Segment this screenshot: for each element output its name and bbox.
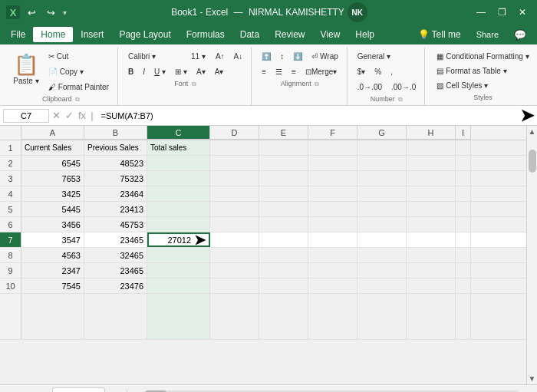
row-num-6[interactable]: 6 <box>0 217 21 232</box>
align-left-button[interactable]: ≡ <box>258 64 270 78</box>
cell-i1[interactable] <box>456 140 471 155</box>
cell-e5[interactable] <box>259 202 308 216</box>
merge-button[interactable]: ⊡Merge▾ <box>301 64 341 78</box>
user-avatar[interactable]: NK <box>348 2 367 22</box>
cell-g2[interactable] <box>357 156 407 170</box>
cell-d8[interactable] <box>210 248 259 262</box>
cell-e4[interactable] <box>259 186 308 201</box>
wrap-text-button[interactable]: ⏎ Wrap <box>308 49 342 63</box>
menu-home[interactable]: Home <box>33 27 73 42</box>
align-top-button[interactable]: ⬆️ <box>258 49 275 63</box>
cell-empty6[interactable] <box>308 294 357 339</box>
cell-empty4[interactable] <box>210 294 259 339</box>
cell-d7[interactable] <box>210 232 259 247</box>
cell-d6[interactable] <box>210 217 259 232</box>
cell-g8[interactable] <box>357 248 407 262</box>
cell-g6[interactable] <box>357 217 407 232</box>
align-center-button[interactable]: ☰ <box>272 64 286 78</box>
cell-g9[interactable] <box>357 263 407 278</box>
col-header-c[interactable]: C <box>147 126 210 140</box>
cell-f6[interactable] <box>308 217 357 232</box>
cell-empty5[interactable] <box>259 294 308 339</box>
cell-h6[interactable] <box>407 217 456 232</box>
cell-empty2[interactable] <box>84 294 147 339</box>
vertical-scrollbar[interactable]: ▲ ▼ <box>526 126 537 384</box>
cell-a3[interactable]: 7653 <box>21 171 84 186</box>
cell-a1[interactable]: Current Sales <box>21 140 84 155</box>
cell-b8[interactable]: 32465 <box>84 248 147 262</box>
cell-h5[interactable] <box>407 202 456 216</box>
cell-f7[interactable] <box>308 232 357 247</box>
row-num-5[interactable]: 5 <box>0 202 21 216</box>
cell-h2[interactable] <box>407 156 456 170</box>
increase-decimal-button[interactable]: .0→.00 <box>354 80 386 94</box>
cell-c8[interactable] <box>147 248 210 262</box>
menu-review[interactable]: Review <box>267 27 312 42</box>
cell-i8[interactable] <box>456 248 471 262</box>
percent-button[interactable]: % <box>371 64 385 78</box>
cell-i10[interactable] <box>456 278 471 293</box>
cell-f1[interactable] <box>308 140 357 155</box>
menu-formulas[interactable]: Formulas <box>179 27 232 42</box>
clipboard-expand[interactable]: ⧉ <box>75 96 80 103</box>
align-middle-button[interactable]: ↕ <box>276 49 288 63</box>
cell-h3[interactable] <box>407 171 456 186</box>
decrease-font-button[interactable]: A↓ <box>230 49 247 63</box>
cell-g1[interactable] <box>357 140 407 155</box>
cut-button[interactable]: ✂ Cut <box>44 49 113 63</box>
row-num-8[interactable]: 8 <box>0 248 21 262</box>
row-num-4[interactable]: 4 <box>0 186 21 201</box>
alignment-expand[interactable]: ⧉ <box>315 81 319 87</box>
cell-i4[interactable] <box>456 186 471 201</box>
row-num-2[interactable]: 2 <box>0 156 21 170</box>
cell-b4[interactable]: 23464 <box>84 186 147 201</box>
sheet-tab-sheet1[interactable]: Sheet1 <box>52 387 105 393</box>
menu-insert[interactable]: Insert <box>73 27 111 42</box>
col-header-i[interactable]: I <box>456 126 471 140</box>
cell-empty[interactable] <box>21 294 84 339</box>
cell-f10[interactable] <box>308 278 357 293</box>
cell-g4[interactable] <box>357 186 407 201</box>
cell-d5[interactable] <box>210 202 259 216</box>
paste-button[interactable]: 📋 Paste ▾ <box>9 49 43 89</box>
cell-d2[interactable] <box>210 156 259 170</box>
cell-h10[interactable] <box>407 278 456 293</box>
formula-fn-icon[interactable]: fx <box>78 110 86 121</box>
cell-f9[interactable] <box>308 263 357 278</box>
cell-g10[interactable] <box>357 278 407 293</box>
col-header-d[interactable]: D <box>210 126 259 140</box>
fill-color-button[interactable]: A▾ <box>193 64 209 78</box>
menu-help[interactable]: Help <box>348 27 382 42</box>
font-size-dropdown[interactable]: 11 ▾ <box>187 49 210 63</box>
horizontal-scrollbar[interactable]: ◄ ► <box>127 389 537 393</box>
cell-i6[interactable] <box>456 217 471 232</box>
cell-e9[interactable] <box>259 263 308 278</box>
cell-d10[interactable] <box>210 278 259 293</box>
cell-i9[interactable] <box>456 263 471 278</box>
cell-empty9[interactable] <box>456 294 471 339</box>
menu-view[interactable]: View <box>313 27 348 42</box>
cell-e2[interactable] <box>259 156 308 170</box>
cell-c10[interactable] <box>147 278 210 293</box>
row-num-7[interactable]: 7 <box>0 232 21 247</box>
formula-input[interactable] <box>98 110 517 122</box>
cell-c1[interactable]: Total sales <box>147 140 210 155</box>
cell-a7[interactable]: 3547 <box>21 232 84 247</box>
cell-a4[interactable]: 3425 <box>21 186 84 201</box>
row-num-10[interactable]: 10 <box>0 278 21 293</box>
quick-access-more[interactable]: ▾ <box>63 8 67 17</box>
cell-e3[interactable] <box>259 171 308 186</box>
cell-h8[interactable] <box>407 248 456 262</box>
col-header-f[interactable]: F <box>308 126 357 140</box>
cell-c9[interactable] <box>147 263 210 278</box>
cell-f3[interactable] <box>308 171 357 186</box>
cell-c4[interactable] <box>147 186 210 201</box>
cell-g7[interactable] <box>357 232 407 247</box>
font-family-dropdown[interactable]: Calibri ▾ <box>124 49 186 63</box>
cell-e1[interactable] <box>259 140 308 155</box>
cell-a5[interactable]: 5445 <box>21 202 84 216</box>
cell-d4[interactable] <box>210 186 259 201</box>
col-header-a[interactable]: A <box>21 126 84 140</box>
cell-f8[interactable] <box>308 248 357 262</box>
scroll-down-button[interactable]: ▼ <box>527 373 537 384</box>
